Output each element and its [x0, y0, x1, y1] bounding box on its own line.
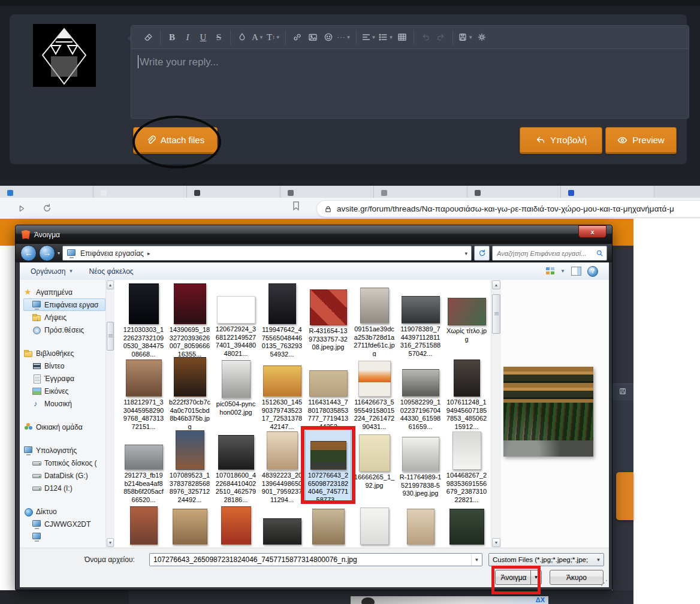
file-item[interactable]: 107611248_1949456071857853_48506215912..… [443, 357, 490, 430]
browser-tab[interactable] [0, 186, 93, 198]
sidebar-item-δ-κτυο[interactable]: Δίκτυο [23, 505, 105, 518]
scroll-down-icon[interactable]: ▼ [107, 538, 114, 547]
preview-pane-icon[interactable] [571, 267, 581, 276]
font-family-icon[interactable]: A▼ [251, 30, 264, 44]
sidebar-item-β-ντεο[interactable]: Βίντεο [23, 360, 105, 372]
settings-icon[interactable] [475, 30, 488, 44]
filetype-select[interactable]: Custom Files (*.jpg;*.jpeg;*.jpe; ▼ [488, 553, 604, 566]
address-bar[interactable]: avsite.gr/forum/threads/Να-παρουσιάσω-κα… [316, 200, 700, 218]
sidebar-item-οικιακ-ομ-δα[interactable]: Οικιακή ομάδα [23, 421, 105, 433]
italic-icon[interactable]: I [181, 30, 194, 44]
cancel-button[interactable]: Άκυρο [550, 570, 604, 585]
list-scroll-down-icon[interactable]: ▼ [492, 538, 500, 547]
forward-button[interactable] [13, 200, 30, 217]
file-item[interactable]: 104468267_298353691556679_238731022821..… [443, 430, 490, 503]
file-item[interactable]: 99084721_2654276418104510_2666... [259, 503, 305, 548]
sidebar-item[interactable] [23, 530, 105, 543]
file-item[interactable]: 16666265_1_92.jpg [351, 430, 397, 503]
sidebar-item-εικ-νες[interactable]: Εικόνες [23, 385, 105, 397]
file-item[interactable]: 48392223_2013964498650901_795923711294..… [259, 430, 305, 503]
browser-tab[interactable] [93, 186, 187, 198]
sidebar-item-d124-i-[interactable]: D124 (I:) [23, 482, 105, 494]
strikethrough-icon[interactable]: S [212, 30, 225, 44]
undo-icon[interactable] [419, 30, 432, 44]
file-item[interactable]: Χωρίς τίτλο.jpg [443, 283, 490, 357]
avatar[interactable] [33, 24, 96, 87]
list-icon[interactable]: ▼ [378, 30, 393, 44]
search-input[interactable] [496, 249, 593, 258]
smilies-icon[interactable] [322, 30, 335, 44]
views-caret-icon[interactable]: ▼ [560, 268, 565, 274]
file-item[interactable]: 109582299_10223719670444330_6159861659..… [397, 357, 443, 430]
file-item[interactable]: 107276643_2650987231824046_74577158773..… [305, 430, 351, 503]
refresh-button[interactable] [474, 246, 490, 261]
help-icon[interactable]: ? [587, 266, 598, 277]
file-item[interactable]: 119078389_744397112811316_275158857042..… [397, 283, 443, 357]
recent-pages-caret[interactable]: ▾ [58, 250, 60, 256]
open-button[interactable]: Άνοιγμα [495, 570, 532, 585]
remove-format-icon[interactable] [142, 30, 155, 44]
browser-tab[interactable] [280, 186, 374, 198]
preview-button[interactable]: Preview [605, 127, 677, 154]
bookmark-icon[interactable] [291, 201, 301, 214]
organize-menu[interactable]: Οργάνωση ▼ [31, 267, 73, 276]
sidebar-item-cjwwgx2dt[interactable]: CJWWGX2DT [23, 518, 105, 530]
views-icon[interactable] [546, 267, 554, 275]
file-item[interactable]: R-11764989-1521997838-5930.jpeg.jpg [397, 430, 443, 503]
sidebar-item--γγραφα[interactable]: Έγγραφα [23, 372, 105, 385]
redo-icon[interactable] [435, 30, 448, 44]
reload-button[interactable] [38, 200, 55, 217]
scroll-up-icon[interactable]: ▲ [107, 280, 114, 289]
file-item[interactable]: pic0504-pynchon002.jpg [213, 357, 259, 430]
breadcrumb-location[interactable]: Επιφάνεια εργασίας [80, 249, 144, 258]
close-button[interactable]: x [578, 225, 607, 238]
file-item[interactable]: R-431654-1397333757-3208.jpeg.jpg [305, 283, 351, 357]
file-item[interactable]: 116426673_595549158015224_726147290431..… [351, 357, 397, 430]
attach-files-button[interactable]: Attach files [133, 127, 218, 154]
open-split-caret[interactable]: ▼ [530, 570, 542, 585]
breadcrumb-chevron-icon[interactable]: ▸ [147, 250, 150, 256]
list-scroll-up-icon[interactable]: ▲ [492, 280, 500, 289]
file-item[interactable]: 277735_b8a516482661dfeb84fb01d... [443, 503, 490, 548]
font-size-icon[interactable]: T↕▼ [267, 30, 280, 44]
underline-icon[interactable]: U [197, 30, 210, 44]
file-item[interactable]: 09151ae39dca253b728d1a2711fde61c.jpg [351, 283, 397, 357]
link-icon[interactable] [291, 30, 304, 44]
file-item[interactable]: 14390695_1832720393626007_805966616355..… [167, 283, 213, 357]
browser-tab[interactable] [561, 186, 654, 198]
file-item[interactable]: 92581794_230728078282774_27206... [397, 503, 443, 548]
sidebar-item-αγαπημ-να[interactable]: Αγαπημένα [23, 286, 105, 298]
sidebar-item-datadisk-g-[interactable]: DataDisk (G:) [23, 469, 105, 482]
browser-tab[interactable] [374, 186, 467, 198]
sidebar-item-λ-ψεις[interactable]: Λήψεις [23, 311, 105, 324]
bold-icon[interactable]: B [165, 30, 179, 44]
resize-grip[interactable] [601, 580, 607, 586]
file-item[interactable]: IJ7B3Ujbj96gsjJZLt2HNUNdkWk0Si... [213, 503, 259, 548]
sidebar-item-βιβλιοθ-κες[interactable]: Βιβλιοθήκες [23, 347, 105, 360]
sidebar-item-πρ-σ-θ-σεις[interactable]: Πρόσ.θέσεις [23, 324, 105, 336]
new-folder-button[interactable]: Νέος φάκελος [89, 267, 133, 276]
search-box[interactable] [492, 246, 607, 261]
table-icon[interactable] [396, 30, 409, 44]
filename-input[interactable] [150, 555, 471, 564]
adchoices-icon[interactable]: ΔΧ [536, 596, 545, 603]
ad-banner[interactable]: ΔΧ [351, 596, 548, 604]
more-options-icon[interactable]: ···▼ [337, 30, 351, 44]
submit-button[interactable]: Υποβολή [520, 127, 602, 154]
file-item[interactable]: 107089523_1378378285688976_32571224492..… [167, 430, 213, 503]
file-item[interactable]: 120672924_3681221495277401_39448048021..… [213, 283, 259, 357]
file-item[interactable]: b222f370cb7c4a0c7015cbd8b46b375b.jpg [167, 357, 213, 430]
breadcrumb[interactable]: Επιφάνεια εργασίας ▸ ▾ [62, 246, 472, 261]
file-item[interactable]: 291273_fb19b214bea4af8858b6f205acf66520.… [120, 430, 167, 503]
filename-combo-caret-icon[interactable]: ▼ [471, 554, 482, 566]
image-icon[interactable] [306, 30, 319, 44]
browser-tab[interactable] [467, 186, 561, 198]
filename-combo[interactable]: ▼ [149, 553, 482, 566]
sidebar-scrollbar[interactable]: ▲ ▼ [105, 280, 114, 548]
back-button[interactable]: ← [20, 245, 37, 261]
file-item[interactable]: 101535980_10222911726968654_06... [120, 503, 167, 548]
file-item[interactable]: 281758_96ba0e2705aa35f7-04-200... [305, 503, 351, 548]
file-item[interactable]: 107018600_4226844104022510_46257928186..… [213, 430, 259, 503]
sidebar-scroll-thumb[interactable] [107, 322, 114, 351]
sidebar-item-τοπικ-ς-δ-σκος-[interactable]: Τοπικός δίσκος ( [23, 457, 105, 469]
